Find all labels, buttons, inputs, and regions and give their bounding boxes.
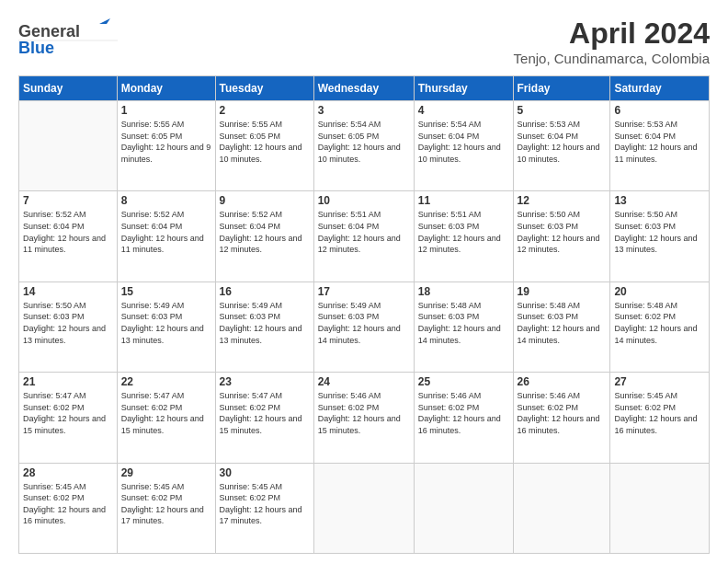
header-sunday: Sunday: [19, 76, 118, 101]
day-number: 7: [23, 194, 113, 207]
day-number: 18: [418, 285, 509, 298]
table-row: 28Sunrise: 5:45 AM Sunset: 6:02 PM Dayli…: [19, 463, 710, 553]
table-cell: 14Sunrise: 5:50 AM Sunset: 6:03 PM Dayli…: [19, 282, 118, 372]
day-number: 10: [318, 194, 410, 207]
day-number: 22: [121, 375, 211, 388]
day-number: 27: [614, 375, 705, 388]
day-number: 13: [614, 194, 705, 207]
day-number: 2: [220, 104, 310, 117]
table-cell: 15Sunrise: 5:49 AM Sunset: 6:03 PM Dayli…: [117, 282, 215, 372]
calendar-table: Sunday Monday Tuesday Wednesday Thursday…: [18, 75, 710, 554]
day-info: Sunrise: 5:54 AM Sunset: 6:04 PM Dayligh…: [418, 119, 509, 165]
table-cell: 30Sunrise: 5:45 AM Sunset: 6:02 PM Dayli…: [215, 463, 313, 553]
day-number: 28: [23, 466, 113, 479]
day-info: Sunrise: 5:45 AM Sunset: 6:02 PM Dayligh…: [23, 481, 113, 527]
day-info: Sunrise: 5:46 AM Sunset: 6:02 PM Dayligh…: [518, 390, 607, 436]
day-info: Sunrise: 5:51 AM Sunset: 6:04 PM Dayligh…: [318, 209, 410, 255]
day-number: 16: [220, 285, 310, 298]
table-row: 7Sunrise: 5:52 AM Sunset: 6:04 PM Daylig…: [19, 191, 710, 282]
header: General Blue April 2024 Tenjo, Cundinama…: [18, 17, 710, 66]
table-cell: 12Sunrise: 5:50 AM Sunset: 6:03 PM Dayli…: [513, 191, 610, 282]
day-info: Sunrise: 5:47 AM Sunset: 6:02 PM Dayligh…: [121, 390, 211, 436]
day-info: Sunrise: 5:52 AM Sunset: 6:04 PM Dayligh…: [121, 209, 211, 255]
day-info: Sunrise: 5:55 AM Sunset: 6:05 PM Dayligh…: [121, 119, 211, 165]
table-cell: 19Sunrise: 5:48 AM Sunset: 6:03 PM Dayli…: [513, 282, 610, 372]
day-info: Sunrise: 5:50 AM Sunset: 6:03 PM Dayligh…: [614, 209, 705, 255]
day-info: Sunrise: 5:53 AM Sunset: 6:04 PM Dayligh…: [614, 119, 705, 165]
day-number: 23: [220, 375, 310, 388]
day-number: 4: [418, 104, 509, 117]
table-cell: 11Sunrise: 5:51 AM Sunset: 6:03 PM Dayli…: [414, 191, 513, 282]
table-cell: 5Sunrise: 5:53 AM Sunset: 6:04 PM Daylig…: [513, 101, 610, 191]
table-cell: 10Sunrise: 5:51 AM Sunset: 6:04 PM Dayli…: [313, 191, 414, 282]
day-number: 17: [318, 285, 410, 298]
calendar-body: 1Sunrise: 5:55 AM Sunset: 6:05 PM Daylig…: [19, 101, 710, 554]
day-info: Sunrise: 5:45 AM Sunset: 6:02 PM Dayligh…: [614, 390, 705, 436]
logo-image: General Blue: [18, 17, 119, 58]
month-title: April 2024: [514, 17, 710, 51]
page: General Blue April 2024 Tenjo, Cundinama…: [0, 0, 728, 563]
day-number: 3: [318, 104, 410, 117]
table-row: 21Sunrise: 5:47 AM Sunset: 6:02 PM Dayli…: [19, 373, 710, 463]
table-cell: 1Sunrise: 5:55 AM Sunset: 6:05 PM Daylig…: [117, 101, 215, 191]
table-cell: [610, 463, 710, 553]
day-info: Sunrise: 5:54 AM Sunset: 6:05 PM Dayligh…: [318, 119, 410, 165]
day-info: Sunrise: 5:49 AM Sunset: 6:03 PM Dayligh…: [121, 300, 211, 346]
day-info: Sunrise: 5:46 AM Sunset: 6:02 PM Dayligh…: [418, 390, 509, 436]
day-info: Sunrise: 5:50 AM Sunset: 6:03 PM Dayligh…: [518, 209, 607, 255]
day-info: Sunrise: 5:47 AM Sunset: 6:02 PM Dayligh…: [220, 390, 310, 436]
table-cell: 29Sunrise: 5:45 AM Sunset: 6:02 PM Dayli…: [117, 463, 215, 553]
day-info: Sunrise: 5:48 AM Sunset: 6:02 PM Dayligh…: [614, 300, 705, 346]
table-cell: [414, 463, 513, 553]
day-info: Sunrise: 5:46 AM Sunset: 6:02 PM Dayligh…: [318, 390, 410, 436]
weekday-header-row: Sunday Monday Tuesday Wednesday Thursday…: [19, 76, 710, 101]
table-cell: 20Sunrise: 5:48 AM Sunset: 6:02 PM Dayli…: [610, 282, 710, 372]
svg-text:Blue: Blue: [18, 39, 54, 57]
day-number: 29: [121, 466, 211, 479]
day-info: Sunrise: 5:48 AM Sunset: 6:03 PM Dayligh…: [418, 300, 509, 346]
table-cell: 2Sunrise: 5:55 AM Sunset: 6:05 PM Daylig…: [215, 101, 313, 191]
table-cell: 23Sunrise: 5:47 AM Sunset: 6:02 PM Dayli…: [215, 373, 313, 463]
table-cell: 9Sunrise: 5:52 AM Sunset: 6:04 PM Daylig…: [215, 191, 313, 282]
day-number: 9: [220, 194, 310, 207]
day-info: Sunrise: 5:47 AM Sunset: 6:02 PM Dayligh…: [23, 390, 113, 436]
table-cell: 25Sunrise: 5:46 AM Sunset: 6:02 PM Dayli…: [414, 373, 513, 463]
day-number: 5: [518, 104, 607, 117]
day-number: 20: [614, 285, 705, 298]
day-number: 11: [418, 194, 509, 207]
day-number: 8: [121, 194, 211, 207]
table-cell: 8Sunrise: 5:52 AM Sunset: 6:04 PM Daylig…: [117, 191, 215, 282]
day-info: Sunrise: 5:49 AM Sunset: 6:03 PM Dayligh…: [220, 300, 310, 346]
table-cell: 28Sunrise: 5:45 AM Sunset: 6:02 PM Dayli…: [19, 463, 118, 553]
table-cell: [313, 463, 414, 553]
header-monday: Monday: [117, 76, 215, 101]
day-number: 30: [220, 466, 310, 479]
title-section: April 2024 Tenjo, Cundinamarca, Colombia: [514, 17, 710, 66]
header-wednesday: Wednesday: [313, 76, 414, 101]
day-info: Sunrise: 5:52 AM Sunset: 6:04 PM Dayligh…: [220, 209, 310, 255]
logo: General Blue: [18, 17, 119, 58]
table-cell: [513, 463, 610, 553]
table-cell: 13Sunrise: 5:50 AM Sunset: 6:03 PM Dayli…: [610, 191, 710, 282]
svg-text:General: General: [18, 22, 80, 40]
header-tuesday: Tuesday: [215, 76, 313, 101]
day-info: Sunrise: 5:51 AM Sunset: 6:03 PM Dayligh…: [418, 209, 509, 255]
day-info: Sunrise: 5:49 AM Sunset: 6:03 PM Dayligh…: [318, 300, 410, 346]
table-cell: 18Sunrise: 5:48 AM Sunset: 6:03 PM Dayli…: [414, 282, 513, 372]
header-thursday: Thursday: [414, 76, 513, 101]
table-cell: 3Sunrise: 5:54 AM Sunset: 6:05 PM Daylig…: [313, 101, 414, 191]
header-saturday: Saturday: [610, 76, 710, 101]
day-info: Sunrise: 5:52 AM Sunset: 6:04 PM Dayligh…: [23, 209, 113, 255]
table-row: 1Sunrise: 5:55 AM Sunset: 6:05 PM Daylig…: [19, 101, 710, 191]
table-cell: 24Sunrise: 5:46 AM Sunset: 6:02 PM Dayli…: [313, 373, 414, 463]
table-cell: 22Sunrise: 5:47 AM Sunset: 6:02 PM Dayli…: [117, 373, 215, 463]
subtitle: Tenjo, Cundinamarca, Colombia: [514, 51, 710, 66]
day-number: 15: [121, 285, 211, 298]
svg-marker-1: [99, 18, 110, 24]
day-info: Sunrise: 5:45 AM Sunset: 6:02 PM Dayligh…: [220, 481, 310, 527]
day-info: Sunrise: 5:50 AM Sunset: 6:03 PM Dayligh…: [23, 300, 113, 346]
day-number: 12: [518, 194, 607, 207]
table-cell: 17Sunrise: 5:49 AM Sunset: 6:03 PM Dayli…: [313, 282, 414, 372]
table-cell: [19, 101, 118, 191]
table-cell: 27Sunrise: 5:45 AM Sunset: 6:02 PM Dayli…: [610, 373, 710, 463]
